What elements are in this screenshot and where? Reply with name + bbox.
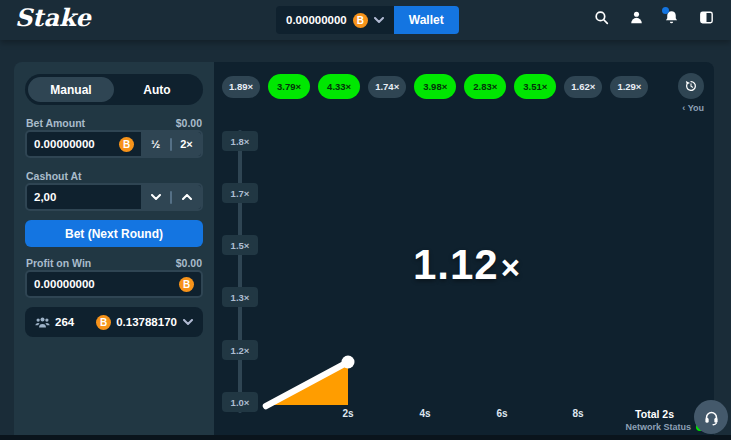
cashout-decrease-button[interactable]	[141, 185, 170, 209]
x-axis-tick: 8s	[563, 408, 593, 419]
half-bet-button[interactable]: ½	[141, 132, 170, 156]
bet-button[interactable]: Bet (Next Round)	[25, 220, 203, 247]
btc-icon: B	[119, 137, 134, 152]
crash-curve	[214, 62, 714, 435]
bet-amount-input[interactable]: 0.00000000	[27, 138, 119, 150]
bet-amount-modifiers: ½ 2×	[141, 132, 201, 156]
tab-manual[interactable]: Manual	[28, 77, 114, 102]
x-axis-tick: 4s	[410, 408, 440, 419]
total-time-label: Total 2s	[594, 408, 674, 420]
profit-usd: $0.00	[176, 257, 202, 269]
double-bet-button[interactable]: 2×	[172, 132, 201, 156]
btc-icon: B	[96, 315, 111, 330]
chevron-down-icon[interactable]	[374, 17, 384, 23]
top-nav: Stake 0.00000000 B Wallet	[0, 0, 731, 40]
page-bottom-edge	[0, 435, 731, 440]
bet-mode-toggle: Manual Auto	[25, 74, 203, 105]
btc-icon: B	[353, 13, 368, 28]
balance-amount: 0.00000000	[286, 14, 347, 26]
balance-group: 0.00000000 B Wallet	[276, 6, 459, 34]
network-status-label: Network Status	[625, 422, 691, 432]
total-wagered-group: B 0.13788170	[96, 315, 183, 330]
crash-chart-area: 1.89× 3.79× 4.33× 1.74× 3.98× 2.83× 3.51…	[214, 62, 714, 435]
nav-icons	[593, 9, 715, 26]
cashout-field: 2,00	[25, 183, 203, 211]
headset-icon	[703, 409, 720, 426]
bet-amount-label: Bet Amount	[26, 117, 85, 129]
profit-input[interactable]: 0.00000000	[27, 278, 179, 290]
stake-logo[interactable]: Stake	[15, 3, 91, 32]
chevron-down-icon[interactable]	[183, 319, 193, 325]
bet-amount-field: 0.00000000 B ½ 2×	[25, 130, 203, 158]
players-icon	[35, 316, 50, 329]
total-wagered: 0.13788170	[116, 316, 177, 328]
profit-field: 0.00000000 B	[25, 270, 203, 298]
btc-icon: B	[179, 277, 194, 292]
bet-panel: Manual Auto Bet Amount $0.00 0.00000000 …	[14, 62, 214, 435]
x-axis-tick: 2s	[333, 408, 363, 419]
crash-game-screen: Stake 0.00000000 B Wallet	[0, 0, 731, 440]
tab-auto[interactable]: Auto	[114, 77, 200, 102]
balance-display[interactable]: 0.00000000 B	[276, 6, 394, 34]
cashout-steppers	[141, 185, 201, 209]
network-status: Network Status	[544, 422, 704, 432]
notification-dot	[662, 7, 669, 14]
profit-label: Profit on Win	[26, 257, 91, 269]
players-count-group: 264	[35, 316, 74, 329]
players-count: 264	[55, 316, 74, 328]
wallet-button[interactable]: Wallet	[394, 6, 459, 34]
curve-head-dot	[342, 356, 355, 369]
cashout-input[interactable]: 2,00	[27, 191, 141, 203]
sidebar-panel-icon[interactable]	[698, 9, 715, 26]
round-players-summary[interactable]: 264 B 0.13788170	[25, 307, 203, 337]
user-icon[interactable]	[628, 9, 645, 26]
support-chat-button[interactable]	[694, 400, 728, 434]
x-axis-tick: 6s	[487, 408, 517, 419]
bet-amount-usd: $0.00	[176, 117, 202, 129]
search-icon[interactable]	[593, 9, 610, 26]
cashout-increase-button[interactable]	[172, 185, 201, 209]
bell-icon[interactable]	[663, 9, 680, 26]
cashout-label: Cashout At	[26, 170, 82, 182]
